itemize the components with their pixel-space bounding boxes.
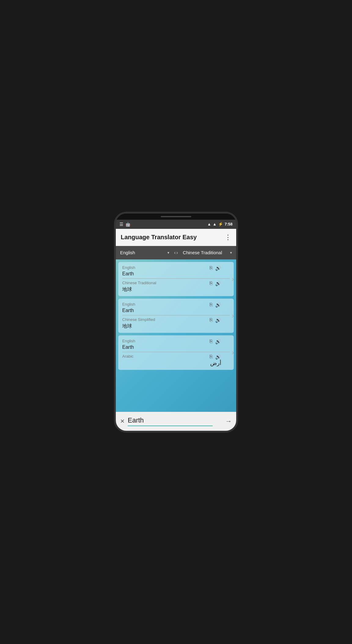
- card-1-source-actions: ⎘ 🔊: [210, 265, 221, 271]
- language-selector-bar: English ▾ ‹ › Chinese Traditional ▾: [116, 246, 236, 259]
- search-underline: [128, 426, 213, 426]
- card-1-audio-target-icon[interactable]: 🔊: [215, 281, 221, 286]
- target-language-dropdown[interactable]: Chinese Traditional ▾: [182, 250, 233, 255]
- language-swap-button[interactable]: ‹ ›: [172, 250, 181, 255]
- card-1-divider: [122, 278, 230, 279]
- card-2-source-actions: ⎘ 🔊: [210, 302, 221, 308]
- status-bar: ☰ 🤖 ▲ ▲ ⚡ 7:58: [116, 220, 236, 229]
- notification-icon: ☰: [119, 222, 123, 227]
- card-3-target-top: Arabic ⎘ 🔊: [122, 354, 221, 360]
- card-3-source-top: English ⎘ 🔊: [122, 339, 221, 344]
- app-title: Language Translator Easy: [121, 234, 197, 241]
- card-3-source-text: Earth: [122, 344, 134, 350]
- close-button[interactable]: ✕: [120, 418, 125, 425]
- card-2-source-text: Earth: [122, 308, 134, 313]
- card-1-source-text: Earth: [122, 271, 134, 276]
- card-1-source-lang-label: English: [122, 265, 135, 270]
- source-lang-arrow: ▾: [167, 251, 169, 255]
- card-2-divider: [122, 315, 230, 315]
- notch-bar: [161, 216, 191, 217]
- source-language-dropdown[interactable]: English ▾: [119, 250, 170, 255]
- card-2-share-source-icon[interactable]: ⎘: [210, 302, 213, 308]
- search-input-text[interactable]: Earth: [128, 416, 222, 424]
- phone-frame: ☰ 🤖 ▲ ▲ ⚡ 7:58 Language Translator Easy …: [114, 212, 238, 433]
- battery-icon: ⚡: [218, 222, 223, 226]
- card-3-target-text: أرض: [122, 360, 221, 367]
- card-2-target-lang-label: Chinese Simplified: [122, 317, 155, 322]
- card-3-target-actions: ⎘ 🔊: [210, 354, 221, 360]
- search-input-container[interactable]: Earth: [128, 416, 222, 426]
- card-1-target-text: 地球: [122, 287, 132, 292]
- card-2-target-section: Chinese Simplified ⎘ 🔊 地球: [122, 317, 230, 329]
- target-language-label: Chinese Traditional: [183, 250, 222, 255]
- card-2-source-top: English ⎘ 🔊: [122, 302, 221, 308]
- send-button[interactable]: →: [225, 417, 232, 425]
- card-2-target-text: 地球: [122, 323, 132, 329]
- card-3-divider: [122, 352, 230, 352]
- card-2-source-section: English ⎘ 🔊 Earth: [122, 302, 230, 313]
- card-2-audio-target-icon[interactable]: 🔊: [215, 317, 221, 323]
- translation-card-2: English ⎘ 🔊 Earth Chinese Simplified ⎘ 🔊: [118, 299, 234, 333]
- card-3-share-target-icon[interactable]: ⎘: [210, 354, 213, 360]
- card-1-source-section: English ⎘ 🔊 Earth: [122, 265, 230, 277]
- swap-left-icon: ‹: [174, 250, 176, 255]
- menu-button[interactable]: ⋮: [225, 233, 231, 241]
- card-1-target-lang-label: Chinese Traditional: [122, 281, 156, 285]
- card-3-share-source-icon[interactable]: ⎘: [210, 339, 213, 344]
- phone-notch: [116, 214, 236, 220]
- bottom-bar: ✕ Earth →: [116, 412, 236, 431]
- translation-card-3: English ⎘ 🔊 Earth Arabic ⎘ 🔊 أرض: [118, 335, 234, 370]
- target-lang-arrow: ▾: [230, 251, 232, 255]
- card-3-source-actions: ⎘ 🔊: [210, 339, 221, 344]
- card-1-chevron-icon: ›: [232, 275, 234, 283]
- card-2-target-actions: ⎘ 🔊: [210, 317, 221, 323]
- card-3-audio-source-icon[interactable]: 🔊: [215, 339, 221, 344]
- card-2-source-lang-label: English: [122, 302, 135, 307]
- signal-icon: ▲: [213, 222, 217, 226]
- app-bar: Language Translator Easy ⋮: [116, 229, 236, 246]
- card-1-share-source-icon[interactable]: ⎘: [210, 265, 213, 271]
- card-2-target-top: Chinese Simplified ⎘ 🔊: [122, 317, 221, 323]
- main-content: English ⎘ 🔊 Earth Chinese Traditional ⎘ …: [116, 259, 236, 412]
- card-2-chevron-icon: ›: [232, 311, 234, 320]
- card-1-target-top: Chinese Traditional ⎘ 🔊: [122, 281, 221, 286]
- status-right-icons: ▲ ▲ ⚡ 7:58: [207, 222, 233, 226]
- card-2-audio-source-icon[interactable]: 🔊: [215, 302, 221, 308]
- clock: 7:58: [225, 222, 233, 226]
- android-icon: 🤖: [125, 222, 130, 227]
- card-3-target-section: Arabic ⎘ 🔊 أرض: [122, 354, 230, 367]
- wifi-icon: ▲: [207, 222, 211, 226]
- card-1-target-actions: ⎘ 🔊: [210, 281, 221, 286]
- swap-right-icon: ›: [176, 250, 178, 255]
- card-3-target-lang-label: Arabic: [122, 354, 134, 359]
- card-3-audio-target-icon[interactable]: 🔊: [215, 354, 221, 360]
- card-1-share-target-icon[interactable]: ⎘: [210, 281, 213, 286]
- status-left-icons: ☰ 🤖: [119, 222, 130, 227]
- card-1-source-top: English ⎘ 🔊: [122, 265, 221, 271]
- card-1-target-section: Chinese Traditional ⎘ 🔊 地球: [122, 281, 230, 293]
- card-1-audio-source-icon[interactable]: 🔊: [215, 265, 221, 271]
- card-3-chevron-icon: ›: [232, 348, 234, 357]
- card-3-source-section: English ⎘ 🔊 Earth: [122, 339, 230, 350]
- source-language-label: English: [120, 250, 135, 255]
- translation-card-1: English ⎘ 🔊 Earth Chinese Traditional ⎘ …: [118, 262, 234, 296]
- card-2-share-target-icon[interactable]: ⎘: [210, 317, 213, 323]
- card-3-source-lang-label: English: [122, 339, 135, 343]
